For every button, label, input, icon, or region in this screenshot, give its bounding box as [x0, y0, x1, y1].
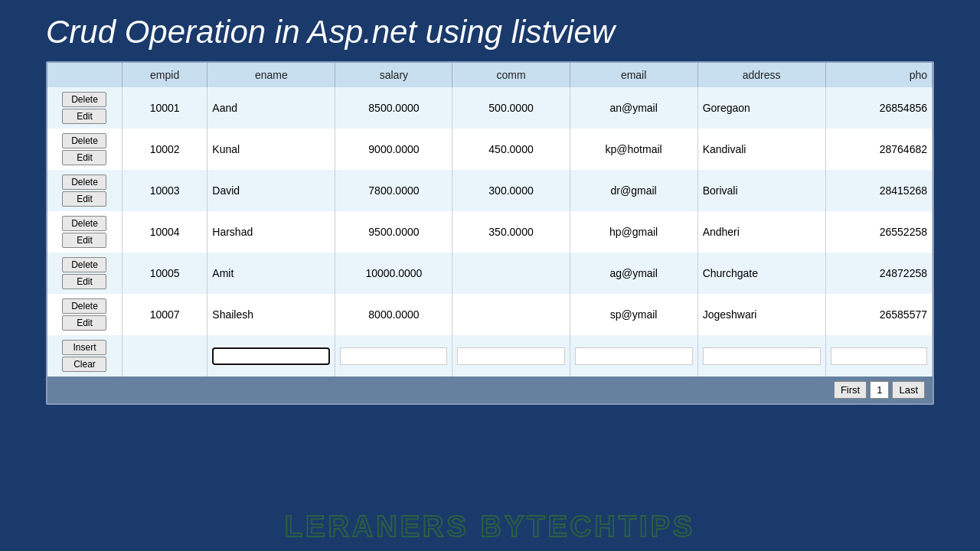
cell-comm: 300.0000 — [452, 170, 570, 211]
clear-button[interactable]: Clear — [62, 357, 106, 372]
cell-address: Andheri — [697, 211, 825, 253]
cell-ename: David — [207, 170, 335, 211]
cell-pho: 28764682 — [825, 129, 932, 170]
cell-comm — [452, 253, 570, 294]
first-page-button[interactable]: First — [834, 381, 867, 399]
last-page-button[interactable]: Last — [892, 381, 925, 399]
cell-salary: 9500.0000 — [335, 211, 452, 253]
cell-email: hp@gmail — [570, 211, 697, 253]
cell-ename: Amit — [207, 253, 335, 294]
edit-button[interactable]: Edit — [62, 315, 106, 331]
delete-button[interactable]: Delete — [62, 92, 106, 107]
row-actions-cell: DeleteEdit — [47, 253, 122, 294]
row-actions-cell: DeleteEdit — [47, 87, 122, 129]
delete-button[interactable]: Delete — [62, 298, 106, 314]
edit-button[interactable]: Edit — [62, 233, 106, 248]
cell-empid: 10001 — [122, 87, 207, 129]
current-page: 1 — [870, 381, 889, 399]
insert-input-comm[interactable] — [457, 347, 564, 365]
cell-ename: Harshad — [207, 211, 335, 253]
table-row: DeleteEdit10002Kunal9000.0000450.0000kp@… — [47, 129, 933, 170]
cell-ename: Kunal — [207, 129, 335, 170]
insert-cell-email — [570, 335, 697, 377]
delete-button[interactable]: Delete — [62, 174, 106, 190]
cell-empid: 10007 — [122, 294, 207, 335]
col-header-ename: ename — [207, 63, 335, 87]
edit-button[interactable]: Edit — [62, 150, 106, 165]
cell-empid: 10003 — [122, 170, 207, 211]
cell-salary: 7800.0000 — [335, 170, 452, 211]
insert-row: InsertClear — [47, 335, 933, 377]
edit-button[interactable]: Edit — [62, 191, 106, 207]
cell-address: Churchgate — [697, 253, 825, 294]
insert-input-pho[interactable] — [831, 347, 927, 365]
col-header-email: email — [570, 63, 697, 87]
cell-address: Goregaon — [697, 87, 825, 129]
cell-pho: 26585577 — [825, 294, 932, 335]
insert-button[interactable]: Insert — [62, 340, 106, 355]
table-row: DeleteEdit10001Aand8500.0000500.0000an@y… — [47, 87, 933, 129]
col-header-address: address — [697, 63, 825, 87]
cell-salary: 9000.0000 — [335, 129, 452, 170]
cell-address: Borivali — [697, 170, 825, 211]
table-row: DeleteEdit10007Shailesh8000.0000sp@ymail… — [47, 294, 933, 335]
insert-input-address[interactable] — [703, 347, 821, 365]
cell-pho: 26854856 — [825, 87, 932, 129]
insert-actions-cell: InsertClear — [47, 335, 122, 377]
edit-button[interactable]: Edit — [62, 274, 106, 289]
main-container: empid ename salary comm email address ph… — [46, 61, 934, 405]
page-title: Crud Operation in Asp.net using listview — [0, 0, 980, 61]
insert-empid-cell — [122, 335, 207, 377]
col-header-pho: pho — [825, 63, 932, 87]
cell-email: an@ymail — [570, 87, 697, 129]
insert-input-email[interactable] — [575, 347, 693, 365]
cell-ename: Shailesh — [207, 294, 335, 335]
col-header-salary: salary — [335, 63, 452, 87]
table-wrapper: empid ename salary comm email address ph… — [47, 63, 933, 377]
insert-cell-ename — [207, 335, 335, 377]
insert-cell-comm — [452, 335, 570, 377]
col-header-actions — [47, 63, 122, 87]
cell-email: ag@ymail — [570, 253, 697, 294]
cell-salary: 8500.0000 — [335, 87, 452, 129]
pagination-bar: First 1 Last — [47, 377, 933, 403]
edit-button[interactable]: Edit — [62, 109, 106, 124]
col-header-comm: comm — [452, 63, 570, 87]
row-actions-cell: DeleteEdit — [47, 129, 122, 170]
table-row: DeleteEdit10005Amit10000.0000ag@ymailChu… — [47, 253, 933, 294]
row-actions-cell: DeleteEdit — [47, 211, 122, 253]
insert-cell-salary — [335, 335, 452, 377]
cell-salary: 10000.0000 — [335, 253, 452, 294]
cell-empid: 10002 — [122, 129, 207, 170]
col-header-empid: empid — [122, 63, 207, 87]
cell-empid: 10004 — [122, 211, 207, 253]
insert-input-salary[interactable] — [340, 347, 447, 365]
data-table: empid ename salary comm email address ph… — [47, 63, 933, 377]
delete-button[interactable]: Delete — [62, 257, 106, 272]
delete-button[interactable]: Delete — [62, 216, 106, 231]
cell-pho: 24872258 — [825, 253, 932, 294]
cell-pho: 28415268 — [825, 170, 932, 211]
cell-comm: 450.0000 — [452, 129, 570, 170]
cell-comm: 350.0000 — [452, 211, 570, 253]
row-actions-cell: DeleteEdit — [47, 170, 122, 211]
watermark-text: LERANERS BYTECHTIPS — [0, 510, 980, 543]
cell-email: kp@hotmail — [570, 129, 697, 170]
cell-salary: 8000.0000 — [335, 294, 452, 335]
cell-ename: Aand — [207, 87, 335, 129]
insert-cell-pho — [825, 335, 932, 377]
delete-button[interactable]: Delete — [62, 133, 106, 148]
insert-input-ename[interactable] — [212, 347, 330, 365]
cell-address: Jogeshwari — [697, 294, 825, 335]
cell-pho: 26552258 — [825, 211, 932, 253]
cell-email: sp@ymail — [570, 294, 697, 335]
cell-address: Kandivali — [697, 129, 825, 170]
insert-cell-address — [697, 335, 825, 377]
cell-email: dr@gmail — [570, 170, 697, 211]
table-row: DeleteEdit10003David7800.0000300.0000dr@… — [47, 170, 933, 211]
row-actions-cell: DeleteEdit — [47, 294, 122, 335]
cell-comm — [452, 294, 570, 335]
cell-empid: 10005 — [122, 253, 207, 294]
cell-comm: 500.0000 — [452, 87, 570, 129]
table-row: DeleteEdit10004Harshad9500.0000350.0000h… — [47, 211, 933, 253]
